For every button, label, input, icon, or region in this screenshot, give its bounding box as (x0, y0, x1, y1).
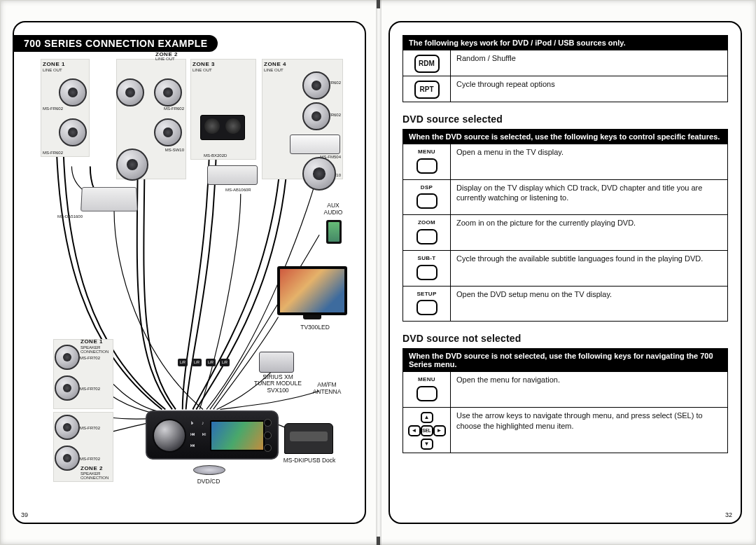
speaker-icon (55, 345, 80, 370)
connection-diagram: ZONE 1 LINE OUT MS-FR602 MS-FR602 ZONE 2… (25, 59, 354, 488)
aux-audio-label: AUX AUDIO (319, 202, 347, 216)
antenna-label: AM/FM ANTENNA (309, 381, 344, 395)
table-dvd-ipod-usb-keys: The following keys work for DVD / iPod /… (402, 35, 728, 102)
subt-key (416, 265, 438, 280)
table-row: RPT Cycle through repeat options (403, 76, 728, 102)
sirius-label: SIRIUS XM TUNER MODULE SVX100 (253, 374, 302, 394)
speaker-icon (302, 71, 330, 99)
section-dvd-not-selected: DVD source not selected (402, 333, 728, 344)
tv-label: TV300LED (297, 324, 333, 331)
table1-header: The following keys work for DVD / iPod /… (403, 36, 728, 50)
table-row: ▲ ▼ ◄ ► SEL Use the arrow keys to naviga… (403, 407, 728, 453)
phone-icon (326, 220, 342, 244)
speaker-icon (55, 375, 80, 401)
table-row: ZOOM Zoom in on the picture for the curr… (403, 215, 728, 251)
menu-key-2 (416, 386, 438, 401)
table-row: DSP Display on the TV display which CD t… (403, 179, 728, 215)
speaker-icon (55, 415, 80, 440)
rpt-key: RPT (414, 81, 440, 99)
table-row: RDM Random / Shuffle (403, 50, 728, 76)
speaker-icon (59, 118, 87, 146)
dock-label: MS-DKIPUSB Dock (274, 457, 344, 464)
setup-key (416, 300, 438, 315)
amplifier-msab1060r (207, 165, 258, 185)
menu-key (416, 158, 438, 174)
table2-header: When the DVD source is selected, use the… (403, 130, 728, 144)
speaker-icon (302, 102, 330, 130)
speaker-icon (59, 78, 87, 106)
table-row: SUB-T Cycle through the available subtit… (403, 250, 728, 286)
zone-3-lineout: ZONE 3 LINE OUT MS-BX202D (190, 59, 256, 160)
sirius-module (259, 352, 294, 373)
subwoofer-icon (116, 149, 148, 181)
table-dvd-not-selected: When the DVD source is not selected, use… (402, 348, 728, 453)
left-page: 700 SERIES CONNECTION EXAMPLE (13, 21, 366, 524)
tv-icon (277, 266, 347, 315)
amplifier-msfm504 (290, 134, 340, 154)
zoom-key (416, 229, 438, 244)
right-page: The following keys work for DVD / iPod /… (388, 21, 742, 524)
page-number-left: 39 (21, 511, 28, 518)
page-number-right: 32 (725, 511, 732, 518)
dsp-key (416, 193, 438, 209)
dvdcd-label: DVD/CD (188, 478, 230, 485)
rdm-key: RDM (414, 55, 440, 73)
rca-connectors: L/R L/R L/R L/R (178, 359, 230, 366)
dpad-icon: ▲ ▼ ◄ ► SEL (408, 412, 446, 450)
speaker-icon (154, 118, 182, 146)
spine-mark-bottom (377, 537, 380, 545)
head-unit: ⏵ ♪ ⏮ ⏯ ⏭ (146, 411, 279, 460)
table-row: SETUP Open the DVD setup menu on the TV … (403, 286, 728, 322)
sat-speaker-icon (225, 118, 241, 134)
table3-header: When the DVD source is not selected, use… (403, 349, 728, 372)
table-row: MENU Open a menu in the TV display. (403, 144, 728, 180)
table-dvd-selected: When the DVD source is selected, use the… (402, 129, 728, 322)
subwoofer-icon (302, 157, 336, 191)
table-row: MENU Open the menu for navigation. (403, 372, 728, 408)
disc-icon (193, 465, 225, 475)
section-dvd-selected: DVD source selected (402, 113, 728, 125)
section-title: 700 SERIES CONNECTION EXAMPLE (14, 35, 218, 52)
amplifier-msda51600 (80, 187, 138, 212)
book-spine (376, 0, 382, 545)
sat-speaker-icon (204, 118, 220, 134)
speaker-icon (154, 78, 182, 106)
spine-mark-top (377, 0, 380, 8)
speaker-icon (55, 446, 80, 471)
speaker-icon (116, 78, 144, 106)
dock-icon (284, 423, 333, 454)
